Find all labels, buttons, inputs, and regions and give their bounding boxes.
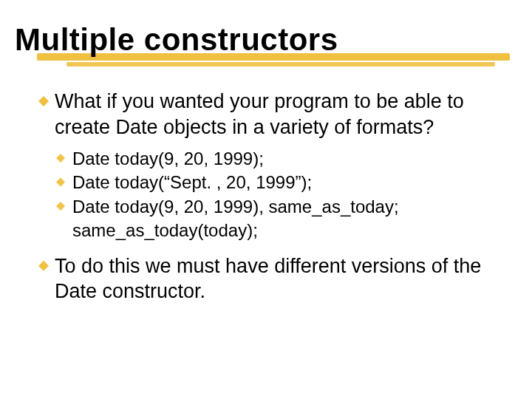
content-area: What if you wanted your program to be ab…: [15, 89, 510, 304]
bullet-level1: To do this we must have different versio…: [38, 253, 502, 304]
sub-bullet-list: Date today(9, 20, 1999); Date today(“Sep…: [38, 147, 502, 243]
title-block: Multiple constructors: [15, 22, 510, 66]
bullet-text: What if you wanted your program to be ab…: [55, 90, 464, 138]
bullet-level1: What if you wanted your program to be ab…: [38, 89, 502, 140]
bullet-text: To do this we must have different versio…: [55, 255, 481, 303]
bullet-level2: Date today(9, 20, 1999), same_as_today; …: [56, 195, 502, 243]
bullet-level2: Date today(“Sept. , 20, 1999”);: [56, 171, 502, 194]
bullet-text: Date today(“Sept. , 20, 1999”);: [72, 172, 312, 192]
bullet-level2: Date today(9, 20, 1999);: [56, 147, 502, 171]
slide-title: Multiple constructors: [15, 22, 510, 58]
bullet-text: Date today(9, 20, 1999), same_as_today; …: [72, 197, 399, 240]
bullet-text: Date today(9, 20, 1999);: [72, 149, 264, 168]
